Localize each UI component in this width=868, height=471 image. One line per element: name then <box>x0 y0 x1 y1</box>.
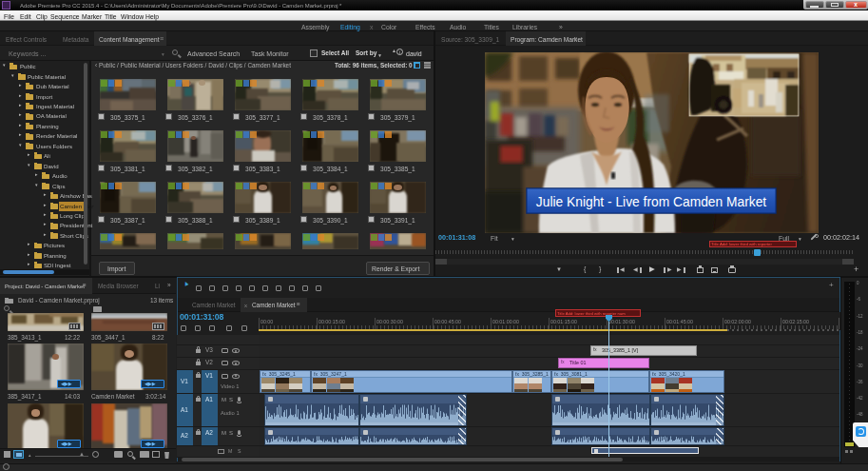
svg-text:Julie Knight - Live from Camde: Julie Knight - Live from Camden Market <box>536 195 766 209</box>
